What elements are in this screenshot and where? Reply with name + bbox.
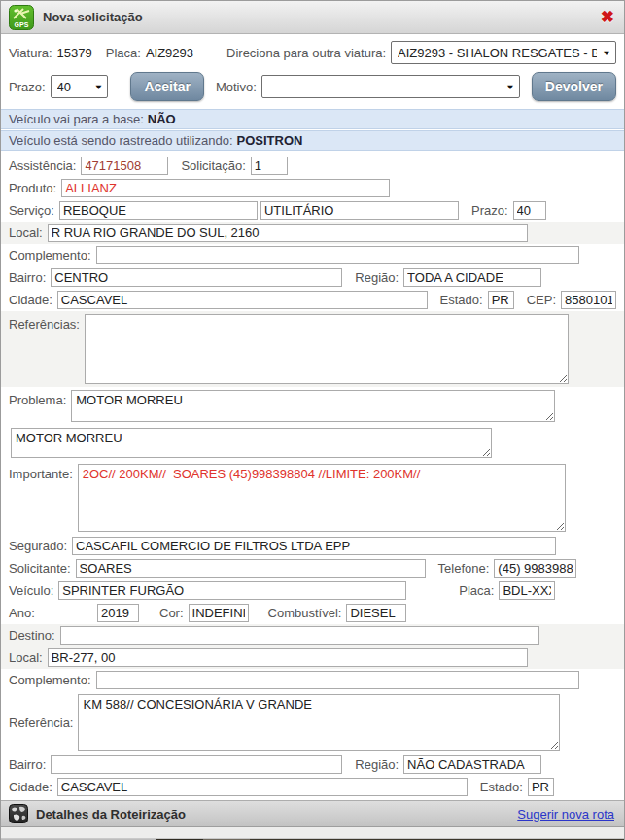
placa-value: AIZ9293 [146, 46, 193, 60]
destino-field[interactable] [60, 626, 539, 645]
referencia-destino-field[interactable]: KM 588// CONCESIONÁRIA V GRANDE [78, 694, 560, 751]
motivo-select[interactable]: ▼ [261, 75, 520, 98]
referencias-field[interactable] [85, 314, 569, 384]
aceitar-button[interactable]: Aceitar [130, 72, 203, 101]
local-field[interactable] [48, 224, 528, 242]
bairro-destino-field[interactable] [51, 755, 342, 774]
produto-label: Produto: [9, 181, 56, 195]
cor-field[interactable] [189, 604, 249, 622]
sugerir-nova-rota-link[interactable]: Sugerir nova rota [517, 807, 614, 822]
routing-section-title: Detalhes da Roteirização [36, 807, 517, 822]
solicitante-field[interactable] [76, 559, 426, 578]
prazo-select[interactable]: 40 ▼ [51, 75, 109, 98]
routing-details-panel [1, 827, 624, 839]
notice-rastreio: Veículo está sendo rastreado utilizando:… [1, 130, 624, 151]
placa-label: Placa: [106, 46, 141, 60]
prazo-header-label: Prazo: [9, 80, 46, 94]
svg-text:GPS: GPS [15, 21, 29, 28]
prazo-label: Prazo: [471, 203, 508, 218]
assistencia-field[interactable] [81, 157, 168, 175]
assistencia-label: Assistência: [9, 158, 76, 173]
estado-label: Estado: [440, 293, 483, 307]
solicitante-label: Solicitante: [9, 561, 71, 576]
notice-base-value: NÃO [148, 112, 176, 126]
viatura-value: 15379 [57, 46, 92, 60]
estado-field[interactable] [488, 291, 514, 309]
solicitacao-label: Solicitação: [181, 158, 245, 173]
local-destino-label: Local: [9, 650, 43, 665]
cidade-destino-field[interactable] [57, 778, 468, 796]
local-destino-field[interactable] [48, 648, 528, 667]
bairro-field[interactable] [51, 268, 342, 287]
cep-label: CEP: [527, 293, 556, 307]
globe-icon [9, 804, 28, 823]
destino-label: Destino: [9, 628, 55, 643]
chevron-down-icon: ▼ [94, 83, 104, 90]
servico-label: Serviço: [9, 203, 54, 218]
regiao-destino-field[interactable] [403, 755, 541, 774]
servico-field[interactable] [59, 201, 258, 220]
chevron-down-icon: ▼ [602, 49, 611, 56]
chevron-down-icon: ▼ [505, 83, 515, 90]
notice-base: Veículo vai para a base: NÃO [1, 109, 624, 129]
devolver-button[interactable]: Devolver [532, 72, 616, 101]
estado-destino-field[interactable] [528, 778, 554, 796]
prazo-field[interactable] [513, 201, 546, 220]
regiao-field[interactable] [403, 268, 541, 287]
window-title: Nova solicitação [43, 10, 601, 24]
notice-rastreio-value: POSITRON [237, 133, 303, 148]
gps-app-icon: GPS [9, 5, 34, 30]
regiao-label: Região: [355, 270, 399, 285]
segurado-label: Segurado: [9, 539, 67, 553]
bairro-label: Bairro: [9, 270, 46, 285]
viatura-label: Viatura: [9, 46, 52, 60]
combustivel-field[interactable] [346, 604, 406, 622]
produto-field[interactable] [61, 179, 390, 197]
veiculo-label: Veículo: [9, 583, 53, 598]
cep-field[interactable] [561, 291, 616, 309]
complemento-destino-field[interactable] [96, 671, 579, 689]
cidade-label: Cidade: [9, 293, 52, 307]
cidade-destino-label: Cidade: [9, 780, 52, 794]
placa-veiculo-label: Placa: [459, 583, 494, 598]
complemento-destino-label: Complemento: [9, 673, 91, 687]
close-icon[interactable]: ✖ [601, 9, 614, 25]
complemento-label: Complemento: [9, 248, 91, 262]
importante-label: Importante: [9, 464, 73, 532]
telefone-label: Telefone: [438, 561, 490, 576]
solicitacao-field[interactable] [251, 157, 288, 175]
header-controls: Viatura: 15379 Placa: AIZ9293 Direciona … [1, 34, 624, 104]
nova-solicitacao-window: GPS Nova solicitação ✖ Viatura: 15379 Pl… [0, 0, 625, 840]
ano-field[interactable] [97, 604, 139, 622]
problema-descricao-field[interactable]: MOTOR MORREU [11, 428, 492, 458]
solicitation-form: Assistência: Solicitação: Produto: Servi… [1, 151, 624, 798]
telefone-field[interactable] [494, 559, 576, 578]
cor-label: Cor: [159, 606, 184, 620]
referencias-label: Referências: [9, 314, 80, 384]
referencia-destino-label: Referência: [9, 716, 73, 730]
bairro-destino-label: Bairro: [9, 757, 46, 772]
segurado-field[interactable] [72, 537, 556, 555]
titlebar: GPS Nova solicitação ✖ [1, 1, 624, 34]
direciona-select[interactable]: AIZ9293 - SHALON RESGATES - BRANCO - 153… [391, 41, 616, 64]
complemento-field[interactable] [96, 246, 579, 264]
regiao-destino-label: Região: [355, 757, 399, 772]
local-label: Local: [9, 226, 43, 240]
ano-label: Ano: [9, 606, 92, 620]
cidade-field[interactable] [57, 291, 428, 309]
servico-tipo-field[interactable] [260, 201, 459, 220]
problema-field[interactable]: MOTOR MORREU [71, 390, 555, 422]
motivo-label: Motivo: [216, 80, 257, 94]
importante-field[interactable]: 2OC// 200KM// SOARES (45)998398804 //LIM… [78, 464, 566, 532]
routing-section-header: Detalhes da Roteirização Sugerir nova ro… [1, 800, 624, 827]
estado-destino-label: Estado: [480, 780, 523, 794]
combustivel-label: Combustível: [268, 606, 342, 620]
veiculo-field[interactable] [58, 581, 406, 600]
direciona-label: Direciona para outra viatura: [226, 46, 386, 60]
problema-label: Problema: [9, 390, 66, 422]
placa-veiculo-field[interactable] [499, 581, 555, 600]
